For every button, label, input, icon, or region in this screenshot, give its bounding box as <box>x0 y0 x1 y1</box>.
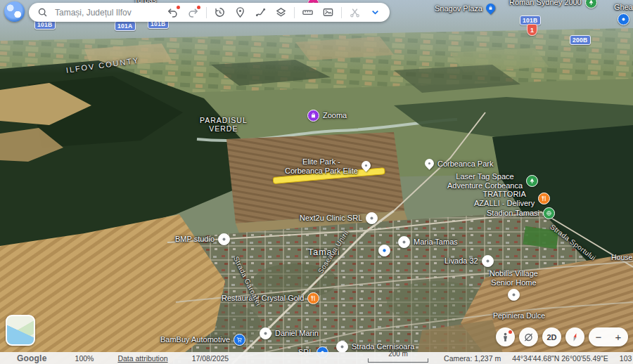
poi-marker-icon[interactable] <box>618 13 629 25</box>
terrain-elevation: 103 m <box>620 354 633 363</box>
historical-imagery-button[interactable] <box>210 3 230 22</box>
poi-label: Pepiniera Dulce <box>493 311 545 320</box>
poi-label: Zooma <box>323 111 347 120</box>
poi-label: Restaurant Crystal Gold <box>222 294 304 303</box>
redo-button[interactable] <box>183 3 203 22</box>
poi-marker-icon[interactable] <box>336 341 348 353</box>
add-photo-button[interactable] <box>318 3 338 22</box>
map-poi[interactable]: Roman Sydney 2000 <box>509 0 597 8</box>
map-poi[interactable]: Laser Tag Space Adventure Corbeanca <box>447 172 538 190</box>
map-pin-icon[interactable] <box>359 160 372 172</box>
layers-button[interactable] <box>271 3 291 22</box>
poi-marker-icon[interactable] <box>218 233 230 245</box>
map-pin-icon[interactable] <box>423 157 435 169</box>
map-poi[interactable]: Daniel Marin <box>260 327 319 339</box>
poi-label: PARADISUL VERDE <box>200 116 248 134</box>
poi-marker-icon[interactable] <box>538 193 550 204</box>
route-shield: 1 <box>527 24 537 36</box>
compass-button[interactable] <box>565 327 584 346</box>
orbit-icon <box>523 332 534 343</box>
map-poi: House <box>611 253 632 261</box>
map-poi[interactable]: Zooma <box>307 110 347 122</box>
poi-marker-icon[interactable] <box>526 175 538 187</box>
poi-label: Next2u Clinic SRL <box>300 214 362 223</box>
cut-button[interactable] <box>345 3 365 22</box>
map-poi[interactable]: Corbeanca Park <box>425 160 494 169</box>
toolbar-divider <box>206 7 207 18</box>
redo-notification-dot <box>197 6 200 9</box>
pegman-button[interactable] <box>496 327 515 346</box>
poi-marker-icon[interactable] <box>307 110 319 122</box>
poi-marker-icon[interactable] <box>508 289 520 301</box>
map-poi[interactable]: Livada 32 <box>445 255 494 267</box>
map-scale: 200 m <box>368 350 428 363</box>
poi-marker-icon[interactable] <box>543 207 555 219</box>
map-poi[interactable]: Nobilis Village Senior Home <box>490 269 538 301</box>
poi-label: BMP studio <box>175 235 215 244</box>
map-poi[interactable]: Ghea <box>614 3 633 25</box>
collapse-toolbar-button[interactable] <box>365 3 385 22</box>
map-poi: PARADISUL VERDE <box>200 116 248 134</box>
poi-label: Corbeanca Park <box>437 160 494 169</box>
poi-marker-icon[interactable] <box>482 255 494 267</box>
camera-altitude: Camera: 1,237 m <box>444 354 501 363</box>
toolbar <box>29 3 390 22</box>
toolbar-divider <box>294 7 295 18</box>
scale-label: 200 m <box>388 350 408 358</box>
road-badge: 101A <box>115 21 136 31</box>
road-badge: 200B <box>570 35 591 45</box>
map-poi[interactable]: Elite Park - Corbeanca Park Elite <box>285 157 371 176</box>
undo-button[interactable] <box>162 3 183 22</box>
cursor-coordinates: 44°34'44.68"N 26°00'55.49"E <box>512 354 608 363</box>
map-poi-marker[interactable] <box>378 245 390 256</box>
map-poi[interactable]: BMP studio <box>175 233 230 245</box>
2d-toggle-button[interactable]: 2D <box>542 327 561 346</box>
map-poi[interactable]: Restaurant Crystal Gold <box>222 292 319 304</box>
map-style-thumbnail[interactable] <box>6 315 35 346</box>
map-pin-icon[interactable] <box>484 1 497 14</box>
poi-marker-icon[interactable] <box>378 245 390 256</box>
measure-button[interactable] <box>298 3 318 22</box>
map-poi[interactable]: Snagov Plaza <box>435 4 495 13</box>
orbit-button[interactable] <box>519 327 538 346</box>
poi-label: BamBuy Automotive <box>160 335 230 344</box>
search-box[interactable] <box>37 7 162 18</box>
scale-bar <box>368 358 428 363</box>
poi-marker-icon[interactable] <box>307 292 319 304</box>
poi-label: Ghea <box>614 3 633 12</box>
add-placemark-button[interactable] <box>230 3 250 22</box>
map-poi[interactable]: Pepiniera Dulce <box>493 311 545 320</box>
zoom-in-button[interactable]: + <box>608 327 628 346</box>
search-icon <box>37 7 48 18</box>
poi-marker-icon[interactable] <box>234 334 245 346</box>
google-wordmark: Google <box>17 353 47 363</box>
poi-marker-icon[interactable] <box>585 0 597 8</box>
poi-label: Laser Tag Space Adventure Corbeanca <box>447 172 523 190</box>
map-poi[interactable]: Next2u Clinic SRL <box>300 212 378 224</box>
poi-label: Snagov Plaza <box>435 4 482 13</box>
poi-label: Nobilis Village Senior Home <box>490 269 538 287</box>
map-poi[interactable]: Maria Tamas <box>398 236 458 248</box>
search-input[interactable] <box>53 7 162 18</box>
zoom-out-button[interactable]: − <box>589 327 608 346</box>
poi-marker-icon[interactable] <box>366 212 378 224</box>
draw-path-button[interactable] <box>250 3 271 22</box>
toolbar-divider <box>341 7 342 18</box>
poi-label: Maria Tamas <box>414 238 458 247</box>
poi-label: TRATTORIA AZALLI - Delivery <box>474 190 535 208</box>
map-poi[interactable]: Stadion Tamasi <box>487 207 555 219</box>
map-poi[interactable]: TRATTORIA AZALLI - Delivery <box>474 190 550 208</box>
map-poi[interactable]: BamBuy Automotive <box>160 334 245 346</box>
data-attribution-link[interactable]: Data attribution <box>117 354 167 363</box>
imagery-date: 17/08/2025 <box>192 354 229 363</box>
imagery-quality: 100% <box>75 354 94 363</box>
google-earth-logo[interactable] <box>4 1 25 22</box>
status-bar: Google 100% Data attribution 17/08/2025 … <box>0 352 633 364</box>
poi-label: Roman Sydney 2000 <box>509 0 582 7</box>
poi-marker-icon[interactable] <box>260 327 271 339</box>
compass-icon <box>568 330 582 344</box>
view-controls: 2D − + <box>496 327 628 346</box>
2d-label: 2D <box>546 333 556 342</box>
poi-label: Livada 32 <box>445 256 478 266</box>
poi-marker-icon[interactable] <box>398 236 410 248</box>
